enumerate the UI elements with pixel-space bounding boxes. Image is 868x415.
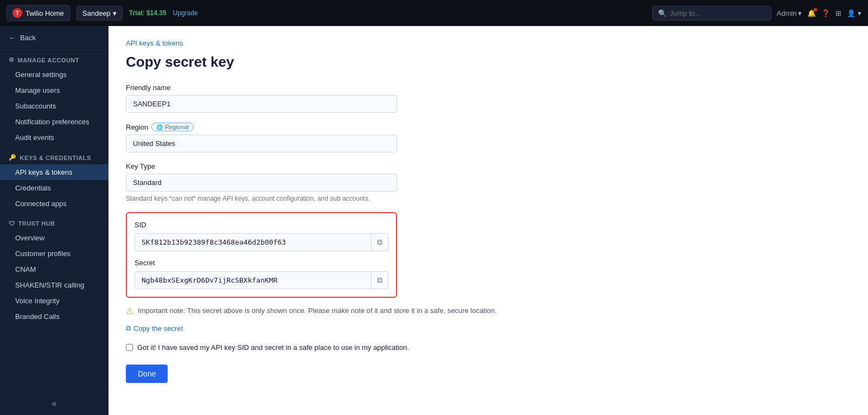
confirmation-checkbox[interactable] <box>126 344 133 351</box>
sidebar-section-manage-account: ⚙ Manage account General settings Manage… <box>0 50 108 145</box>
key-type-label: Key Type <box>126 162 503 170</box>
user-profile-button[interactable]: 👤 ▾ <box>847 9 861 17</box>
search-bar[interactable]: 🔍 <box>652 6 771 21</box>
content-inner: API keys & tokens Copy secret key Friend… <box>108 26 521 396</box>
back-button[interactable]: ← Back <box>0 26 108 50</box>
navbar: T Twilio Home Sandeep ▾ Trial: $14.35 Up… <box>0 0 868 26</box>
navbar-left: T Twilio Home Sandeep ▾ Trial: $14.35 Up… <box>7 5 646 21</box>
region-input[interactable] <box>126 135 397 152</box>
admin-button[interactable]: Admin ▾ <box>777 9 802 17</box>
search-icon: 🔍 <box>658 9 667 17</box>
copy-secret-button[interactable]: ⧉ <box>371 272 388 288</box>
sidebar-item-customer-profiles[interactable]: Customer profiles <box>0 246 108 261</box>
sidebar-collapse-button[interactable]: « <box>52 399 57 408</box>
sidebar-item-branded-calls[interactable]: Branded Calls <box>0 309 108 324</box>
sid-label: SID <box>135 221 388 229</box>
sidebar-item-cnam[interactable]: CNAM <box>0 261 108 277</box>
region-group: Region 🌐 Regional <box>126 123 503 152</box>
copy-secret-link[interactable]: ⧉ Copy the secret <box>126 324 503 333</box>
main-content: API keys & tokens Copy secret key Friend… <box>108 26 868 415</box>
secret-label: Secret <box>135 259 388 267</box>
sidebar-item-overview[interactable]: Overview <box>0 230 108 246</box>
sidebar-section-header-keys: 🔑 Keys & Credentials <box>0 148 108 164</box>
sidebar-item-api-keys-tokens[interactable]: API keys & tokens <box>0 164 108 180</box>
chevron-down-icon: ▾ <box>113 9 117 17</box>
secret-input[interactable] <box>135 272 371 289</box>
copy-sid-button[interactable]: ⧉ <box>371 234 388 250</box>
checkbox-label[interactable]: Got it! I have saved my API key SID and … <box>137 343 409 352</box>
sid-input[interactable] <box>135 234 371 251</box>
section-label-trust-hub: Trust Hub <box>18 220 55 227</box>
regional-badge-text: Regional <box>165 124 188 130</box>
search-input[interactable] <box>670 9 765 17</box>
warning-box: ⚠ Important note: This secret above is o… <box>126 305 503 316</box>
notification-bell-button[interactable]: 🔔 <box>807 9 816 17</box>
sidebar-item-voice-integrity[interactable]: Voice Integrity <box>0 293 108 309</box>
navbar-right: 🔍 Admin ▾ 🔔 ❓ ⊞ 👤 ▾ <box>652 6 861 21</box>
sidebar-section-header-manage-account: ⚙ Manage account <box>0 50 108 67</box>
trial-badge: Trial: $14.35 <box>129 9 167 17</box>
gear-icon: ⚙ <box>9 56 15 63</box>
admin-label: Admin <box>777 9 797 17</box>
apps-grid-button[interactable]: ⊞ <box>835 9 841 17</box>
chevron-down-icon: ▾ <box>798 9 802 17</box>
globe-icon: 🌐 <box>156 124 163 130</box>
key-type-group: Key Type Standard keys *can not* manage … <box>126 162 503 202</box>
friendly-name-label: Friendly name <box>126 84 503 92</box>
help-button[interactable]: ❓ <box>821 9 830 17</box>
warning-text: Important note: This secret above is onl… <box>138 305 497 316</box>
sidebar-item-credentials[interactable]: Credentials <box>0 180 108 196</box>
upgrade-link[interactable]: Upgrade <box>173 9 198 17</box>
home-label: Twilio Home <box>25 9 64 17</box>
sidebar-section-trust-hub: 🛡 Trust Hub Overview Customer profiles C… <box>0 214 108 324</box>
sidebar-item-general-settings[interactable]: General settings <box>0 67 108 82</box>
trial-amount: $14.35 <box>146 9 167 17</box>
sidebar-item-subaccounts[interactable]: Subaccounts <box>0 98 108 114</box>
sidebar-bottom: « <box>0 392 108 415</box>
copy-icon: ⧉ <box>126 324 131 333</box>
key-type-input[interactable] <box>126 174 397 191</box>
sid-secret-box: SID ⧉ Secret ⧉ <box>126 212 397 298</box>
sidebar-item-manage-users[interactable]: Manage users <box>0 82 108 98</box>
warning-icon: ⚠ <box>126 306 133 316</box>
key-type-hint: Standard keys *can not* manage API keys,… <box>126 195 503 202</box>
secret-input-row: ⧉ <box>135 271 388 289</box>
sidebar-item-shaken-stir[interactable]: SHAKEN/STIR calling <box>0 277 108 293</box>
sidebar-item-audit-events[interactable]: Audit events <box>0 130 108 145</box>
friendly-name-group: Friendly name <box>126 84 503 113</box>
section-label-manage-account: Manage account <box>18 57 80 63</box>
account-selector[interactable]: Sandeep ▾ <box>76 6 123 21</box>
breadcrumb-link[interactable]: API keys & tokens <box>126 39 503 47</box>
sidebar-section-keys-credentials: 🔑 Keys & Credentials API keys & tokens C… <box>0 148 108 212</box>
done-button[interactable]: Done <box>126 365 168 383</box>
sidebar-item-connected-apps[interactable]: Connected apps <box>0 196 108 212</box>
sid-input-row: ⧉ <box>135 233 388 251</box>
region-label: Region 🌐 Regional <box>126 123 503 131</box>
main-layout: ← Back ⚙ Manage account General settings… <box>0 26 868 415</box>
regional-badge: 🌐 Regional <box>151 123 193 131</box>
key-icon: 🔑 <box>9 154 17 161</box>
copy-secret-label: Copy the secret <box>133 324 183 333</box>
shield-icon: 🛡 <box>9 220 15 227</box>
twilio-logo-icon: T <box>12 8 22 18</box>
section-label-keys: Keys & Credentials <box>20 155 91 161</box>
sidebar-item-notification-preferences[interactable]: Notification preferences <box>0 114 108 130</box>
back-arrow-icon: ← <box>9 34 16 42</box>
page-title: Copy secret key <box>126 54 503 71</box>
account-name: Sandeep <box>82 9 111 17</box>
sidebar: ← Back ⚙ Manage account General settings… <box>0 26 108 415</box>
sidebar-section-header-trust-hub: 🛡 Trust Hub <box>0 214 108 230</box>
trial-text: Trial: <box>129 9 145 17</box>
back-label: Back <box>20 34 36 42</box>
confirmation-checkbox-row: Got it! I have saved my API key SID and … <box>126 343 503 352</box>
friendly-name-input[interactable] <box>126 95 397 113</box>
twilio-home-button[interactable]: T Twilio Home <box>7 5 70 21</box>
